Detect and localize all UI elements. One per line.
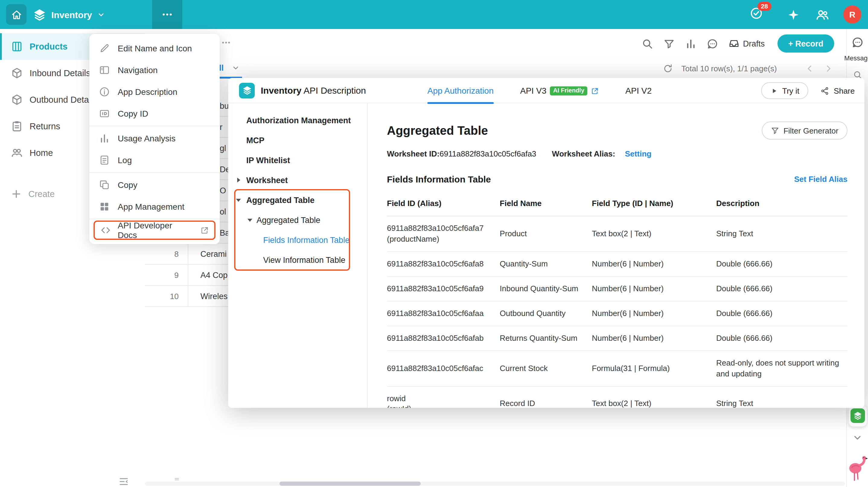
menu-item-usage-analysis[interactable]: Usage Analysis: [89, 127, 220, 149]
log-icon: [99, 155, 110, 166]
nav-aggregated-table-child[interactable]: Aggregated Table: [228, 210, 367, 230]
drafts-button[interactable]: Drafts: [728, 38, 765, 49]
tab-api-v2[interactable]: API V2: [625, 78, 652, 103]
menu-item-app-management[interactable]: App Management: [89, 196, 220, 218]
prev-page-icon[interactable]: [805, 63, 815, 74]
app-switcher[interactable]: Inventory: [33, 0, 105, 29]
refresh-icon[interactable]: [663, 63, 673, 74]
nav-worksheet[interactable]: Worksheet: [228, 170, 367, 190]
field-row: 6911a882f83a10c05cf6afaa Outbound Quanti…: [387, 301, 847, 326]
drafts-label: Drafts: [743, 39, 765, 48]
nav-ip-whitelist[interactable]: IP Whitelist: [228, 150, 367, 170]
menu-item-api-developer-docs[interactable]: API Developer Docs: [94, 221, 216, 240]
chat-widget[interactable]: [849, 405, 867, 427]
tasks-button[interactable]: 28: [750, 7, 763, 22]
tab-label: App Authorization: [427, 86, 494, 95]
field-type: Number(6 | Number): [592, 326, 716, 350]
set-field-alias-link[interactable]: Set Field Alias: [794, 175, 847, 184]
nav-label: Authorization Management: [246, 116, 351, 125]
field-description: Double (666.66): [716, 301, 847, 326]
app-name: Inventory: [51, 9, 92, 20]
menu-item-label: Edit Name and Icon: [118, 44, 192, 53]
collapse-widget-icon[interactable]: [852, 433, 863, 443]
search-icon[interactable]: [642, 38, 653, 49]
menu-item-app-description[interactable]: App Description: [89, 81, 220, 103]
row-number: 9: [161, 265, 179, 286]
members-icon[interactable]: [815, 7, 829, 22]
statistics-icon[interactable]: [685, 38, 696, 49]
dialog-content: Aggregated Table Filter Generator Worksh…: [368, 103, 864, 408]
fields-table-title: Fields Information Table: [387, 174, 491, 184]
field-description: Double (666.66): [716, 252, 847, 277]
menu-item-label: Usage Analysis: [118, 134, 175, 143]
menu-item-log[interactable]: Log: [89, 149, 220, 171]
try-it-button[interactable]: Try it: [761, 82, 809, 99]
scrollbar-thumb[interactable]: [279, 482, 421, 486]
home-page-icon: [11, 147, 23, 159]
avatar[interactable]: R: [843, 5, 861, 24]
worksheet-id-value: 6911a882f83a10c05cf6afa3: [439, 149, 536, 158]
row-fragment: ol: [220, 201, 226, 222]
discussion-icon[interactable]: [707, 38, 718, 49]
external-link-icon[interactable]: [591, 87, 599, 94]
field-name: Quantity-Sum: [500, 252, 592, 277]
nav-authorization-management[interactable]: Authorization Management: [228, 111, 367, 131]
filter-generator-button[interactable]: Filter Generator: [762, 121, 847, 140]
nav-mcp[interactable]: MCP: [228, 131, 367, 150]
page-title: Aggregated Table: [387, 123, 488, 138]
drafts-icon: [728, 38, 739, 49]
menu-item-copy[interactable]: Copy: [89, 174, 220, 196]
info-icon: [99, 86, 110, 97]
tab-app-authorization[interactable]: App Authorization: [427, 78, 494, 103]
more-dots-icon: [161, 8, 173, 21]
plus-icon: [11, 189, 22, 199]
row-number: 10: [161, 286, 179, 307]
view-more-dots-icon[interactable]: [221, 37, 231, 48]
worksheet-alias-label: Worksheet Alias:: [552, 149, 615, 158]
home-button[interactable]: [6, 4, 27, 25]
setting-link[interactable]: Setting: [625, 149, 651, 158]
menu-item-navigation[interactable]: Navigation: [89, 59, 220, 81]
filter-generator-label: Filter Generator: [783, 126, 838, 135]
nav-aggregated-table[interactable]: Aggregated Table: [228, 190, 367, 210]
nav-view-information-table[interactable]: View Information Table: [228, 250, 367, 270]
field-type: Text box(2 | Text): [592, 216, 716, 252]
view-caret-icon[interactable]: [232, 64, 240, 72]
field-name: Outbound Quantity: [500, 301, 592, 326]
add-record-button[interactable]: + Record: [777, 34, 834, 53]
pager: Total 10 row(s), 1/1 page(s): [663, 58, 834, 79]
home-icon: [10, 9, 22, 20]
nav-label: Fields Information Table: [263, 236, 349, 245]
field-description: Double (666.66): [716, 277, 847, 301]
field-row: 6911a882f83a10c05cf6afa9 Inbound Quantit…: [387, 277, 847, 301]
try-it-label: Try it: [782, 86, 800, 95]
menu-item-edit-name-and-icon[interactable]: Edit Name and Icon: [89, 37, 220, 59]
next-page-icon[interactable]: [823, 63, 834, 74]
message-bubble-icon[interactable]: [852, 36, 864, 48]
tab-api-v3[interactable]: API V3 AI Friendly: [520, 78, 599, 103]
nav-fields-information-table[interactable]: Fields Information Table: [228, 230, 367, 250]
horizontal-scrollbar: [145, 482, 845, 486]
worksheet-meta: Worksheet ID:6911a882f83a10c05cf6afa3 Wo…: [387, 149, 847, 158]
field-row: 6911a882f83a10c05cf6afa7(productName) Pr…: [387, 216, 847, 252]
ai-sparkle-icon[interactable]: [787, 8, 800, 21]
collapsed-arrow-icon: [237, 178, 240, 182]
menu-item-copy-id[interactable]: Copy ID: [89, 103, 220, 124]
fields-table: Field ID (Alias) Field Name Field Type (…: [387, 193, 847, 408]
view-tab-all[interactable]: ll: [219, 58, 224, 78]
share-button[interactable]: Share: [820, 86, 855, 95]
app-context-menu: Edit Name and Icon Navigation App Descri…: [89, 34, 220, 244]
app-more-button[interactable]: [152, 0, 182, 29]
code-icon: [100, 225, 111, 236]
dialog-title: Inventory API Description: [261, 85, 366, 95]
dialog-actions: Try it Share: [761, 82, 855, 99]
field-id: 6911a882f83a10c05cf6afa7: [387, 223, 493, 234]
view-tab-bar: ll Total 10 row(s), 1/1 page(s): [145, 58, 846, 79]
field-description: String Text: [716, 216, 847, 252]
row-fragment: bu: [220, 95, 229, 117]
dialog-header: Inventory API Description App Authorizat…: [228, 78, 864, 103]
collapse-sidebar-icon[interactable]: [118, 476, 129, 487]
filter-icon[interactable]: [663, 38, 675, 49]
nav-label: Aggregated Table: [246, 196, 314, 205]
nav-label: MCP: [246, 136, 265, 145]
